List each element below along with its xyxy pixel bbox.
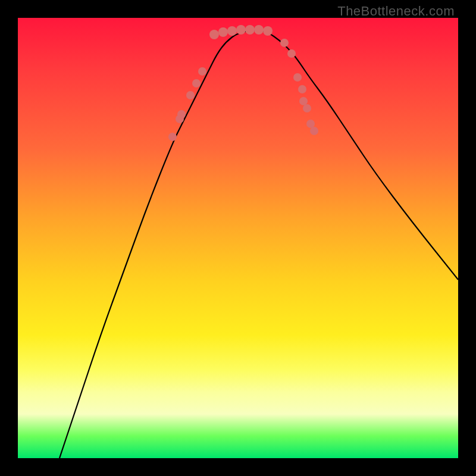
curve-marker <box>310 127 318 135</box>
curve-marker <box>254 25 264 35</box>
chart-svg <box>18 18 458 458</box>
curve-marker <box>227 26 237 36</box>
plot-area <box>18 18 458 458</box>
curve-marker <box>192 79 201 87</box>
curve-marker <box>186 91 195 99</box>
curve-marker <box>263 26 273 36</box>
curve-marker <box>280 39 289 47</box>
curve-marker <box>168 133 177 141</box>
curve-marker <box>299 97 308 105</box>
curve-marker <box>293 73 302 82</box>
curve-marker <box>245 25 255 35</box>
curve-marker <box>209 30 219 39</box>
curve-marker <box>298 85 306 93</box>
curve-marker <box>177 110 186 118</box>
curve-marker <box>236 25 246 35</box>
curve-marker <box>218 27 228 37</box>
bottleneck-curve <box>60 30 458 458</box>
curve-marker <box>303 104 311 112</box>
watermark-text: TheBottleneck.com <box>337 4 455 19</box>
chart-container: TheBottleneck.com <box>0 0 476 476</box>
curve-marker <box>198 67 206 76</box>
curve-marker <box>306 120 315 128</box>
marker-group <box>168 25 318 141</box>
curve-marker <box>287 49 296 58</box>
